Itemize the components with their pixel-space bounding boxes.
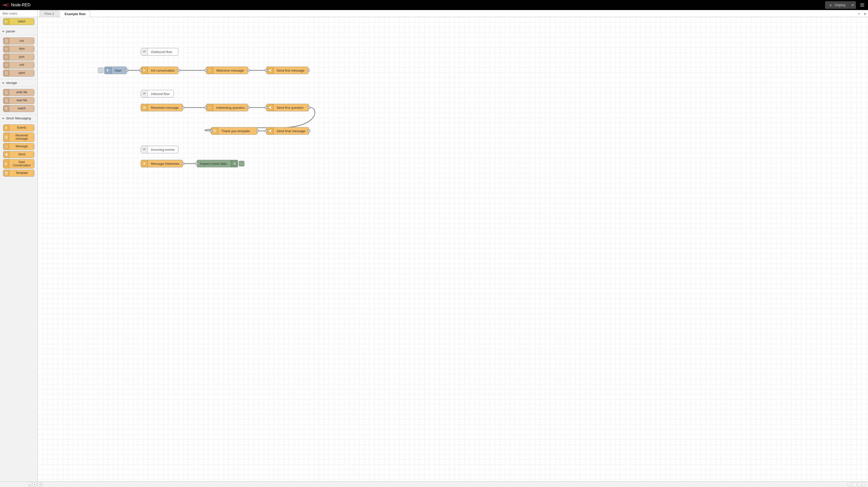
deploy-caret-button[interactable] <box>849 1 856 9</box>
palette-filter-input[interactable] <box>2 12 40 15</box>
flow-node-message-deliveries[interactable]: Message Deliveries <box>141 160 183 168</box>
output-port[interactable] <box>308 106 310 109</box>
flow-node-outbound-flow[interactable]: Outbound flow <box>141 48 178 56</box>
zoom-reset-button[interactable]: ○ <box>858 483 862 487</box>
tab-menu-button[interactable]: ▾ <box>862 11 868 17</box>
output-port[interactable] <box>33 154 34 156</box>
input-port[interactable] <box>3 56 4 58</box>
palette-category-parser[interactable]: parser <box>0 28 37 35</box>
input-port[interactable] <box>3 21 4 23</box>
output-port[interactable] <box>33 108 34 110</box>
palette-scroll[interactable]: batchparsercsvhtmljsonxmlyamlstoragewrit… <box>0 17 37 482</box>
palette-node-json[interactable]: json <box>3 54 34 61</box>
palette-expand-button[interactable]: ▾ <box>32 483 36 487</box>
output-port[interactable] <box>33 91 34 93</box>
output-port[interactable] <box>308 130 310 132</box>
palette-node-watch[interactable]: watch <box>3 105 34 112</box>
input-port[interactable] <box>265 69 268 71</box>
deploy-button[interactable]: Deploy <box>825 1 849 9</box>
input-port[interactable] <box>3 48 4 50</box>
flow-node-init-conversation[interactable]: Init conversation <box>141 67 178 74</box>
input-port[interactable] <box>3 172 4 174</box>
output-port[interactable] <box>33 64 34 66</box>
flow-node-welcome-message[interactable]: Welcome message <box>206 67 248 74</box>
input-port[interactable] <box>265 130 268 132</box>
palette-category-storage[interactable]: storage <box>0 79 37 86</box>
search-icon <box>3 105 9 112</box>
palette-node-xml[interactable]: xml <box>3 62 34 69</box>
palette-node-template[interactable]: Template <box>3 170 34 177</box>
input-port[interactable] <box>205 69 207 71</box>
add-tab-button[interactable]: + <box>856 11 862 17</box>
output-port[interactable] <box>33 40 34 42</box>
input-port[interactable] <box>3 64 4 66</box>
palette-node-received-message[interactable]: Received message <box>3 132 34 142</box>
main-menu-button[interactable] <box>859 1 866 9</box>
input-port[interactable] <box>205 106 207 109</box>
palette-node-message[interactable]: Message <box>3 143 34 150</box>
svg-point-15 <box>210 70 211 71</box>
input-port[interactable] <box>3 72 4 74</box>
tab-example-flow[interactable]: Example flow <box>60 10 90 17</box>
output-port[interactable] <box>256 130 259 132</box>
flow-node-send-first-message[interactable]: Send first message <box>266 67 308 74</box>
output-port[interactable] <box>182 106 184 109</box>
input-port[interactable] <box>3 146 4 148</box>
palette-node-csv[interactable]: csv <box>3 37 34 44</box>
zoom-fit-button[interactable]: ⤢ <box>847 483 851 487</box>
palette-node-events[interactable]: Events <box>3 124 34 131</box>
flow-node-thank-you-template[interactable]: Thank you template <box>211 127 257 135</box>
flow-node-start[interactable]: Start <box>104 67 127 74</box>
flow-node-send-final-message[interactable]: Send final message <box>266 127 309 135</box>
output-port[interactable] <box>33 146 34 148</box>
output-port[interactable] <box>33 48 34 50</box>
zoom-out-button[interactable]: − <box>852 483 857 487</box>
palette-collapse-button[interactable]: ▴ <box>28 483 32 487</box>
svg-rect-6 <box>6 21 7 22</box>
output-port[interactable] <box>33 99 34 101</box>
output-port[interactable] <box>33 127 34 129</box>
palette-category-sinch-messaging[interactable]: Sinch Messaging <box>0 115 37 122</box>
tab-flow-2[interactable]: Flow 2 <box>40 10 59 17</box>
input-port[interactable] <box>3 99 4 101</box>
output-port[interactable] <box>33 56 34 58</box>
input-port[interactable] <box>3 91 4 93</box>
palette-node-yaml[interactable]: yaml <box>3 70 34 77</box>
input-port[interactable] <box>195 162 198 165</box>
input-port[interactable] <box>3 163 4 165</box>
input-port[interactable] <box>265 106 268 109</box>
inject-button[interactable] <box>98 68 103 73</box>
zoom-in-button[interactable]: + <box>863 483 867 487</box>
output-port[interactable] <box>307 69 310 71</box>
palette-node-send[interactable]: Send <box>3 151 34 158</box>
input-port[interactable] <box>210 130 212 132</box>
output-port[interactable] <box>247 106 249 109</box>
input-port[interactable] <box>140 69 142 71</box>
output-port[interactable] <box>177 69 180 71</box>
flow-canvas[interactable]: Outbound flowStartInit conversationWelco… <box>38 17 868 482</box>
flow-node-interesting-question[interactable]: Interesting question <box>206 104 248 111</box>
flow-node-send-first-question[interactable]: Send first question <box>266 104 309 111</box>
input-port[interactable] <box>3 154 4 156</box>
footer-search-button[interactable] <box>39 483 43 487</box>
flow-node-received-message[interactable]: Received message <box>141 104 183 111</box>
output-port[interactable] <box>33 163 34 165</box>
flow-node-inbound-flow[interactable]: Inbound flow <box>141 90 174 97</box>
output-port[interactable] <box>182 162 184 165</box>
palette-node-read-file[interactable]: read file <box>3 97 34 104</box>
output-port[interactable] <box>33 72 34 74</box>
output-port[interactable] <box>33 136 34 138</box>
palette-node-batch[interactable]: batch <box>3 18 34 25</box>
output-port[interactable] <box>33 21 34 23</box>
flow-node-inspect-event-data[interactable]: Inspect event data <box>197 160 238 168</box>
debug-toggle-button[interactable] <box>239 161 244 166</box>
flow-node-incoming-events[interactable]: Incoming events <box>141 146 178 153</box>
output-port[interactable] <box>126 69 128 71</box>
input-port[interactable] <box>3 40 4 42</box>
palette-node-write-file[interactable]: write file <box>3 89 34 96</box>
palette-node-html[interactable]: html <box>3 45 34 53</box>
palette-node-start-conversation[interactable]: Start Conversation <box>3 159 34 169</box>
output-port[interactable] <box>33 172 34 174</box>
output-port[interactable] <box>247 69 249 71</box>
app-title: Node-RED <box>11 3 30 7</box>
